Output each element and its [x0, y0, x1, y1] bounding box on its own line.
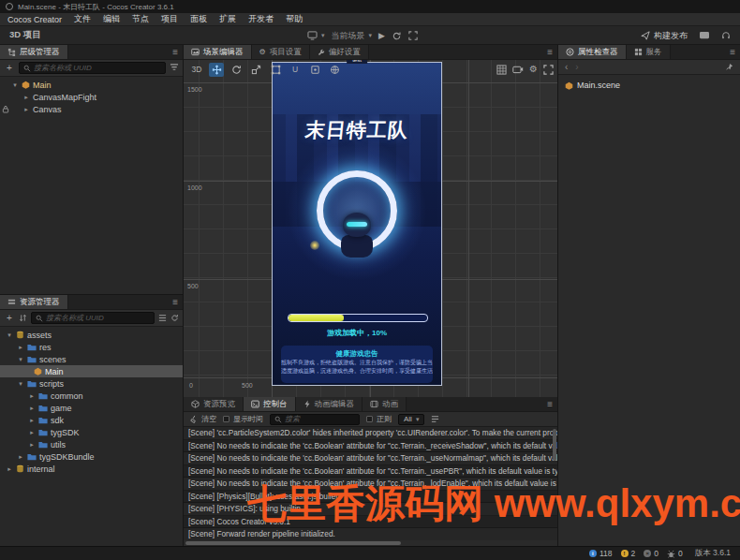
console-search-input[interactable] — [285, 415, 355, 423]
tab-services[interactable]: 服务 — [627, 45, 671, 59]
show-time-toggle[interactable]: 显示时间 — [223, 414, 263, 424]
tab-assets[interactable]: 资源管理器 — [0, 295, 68, 309]
mode-3d-button[interactable]: 3D — [189, 63, 204, 77]
hierarchy-node-canvas[interactable]: ▸ Canvas — [0, 103, 183, 115]
menu-edit[interactable]: 编辑 — [103, 13, 120, 25]
menu-cocos-creator[interactable]: Cocos Creator — [7, 15, 62, 24]
assets-search-input[interactable] — [46, 314, 150, 322]
caret-collapsed-icon[interactable]: ▸ — [22, 106, 30, 113]
tab-inspector[interactable]: 属性检查器 — [558, 45, 627, 59]
asset-folder-common[interactable]: ▸ common — [0, 390, 183, 402]
collapse-logs-icon[interactable] — [431, 415, 439, 423]
menu-panel[interactable]: 面板 — [190, 13, 207, 25]
move-tool-button[interactable] — [209, 63, 224, 77]
tab-preferences[interactable]: 偏好设置 — [310, 45, 369, 59]
game-preview-frame[interactable]: test 末日特工队 游戏加载中，10% 健康游戏忠告 抵 — [272, 62, 442, 386]
caret-collapsed-icon[interactable]: ▸ — [28, 429, 36, 436]
console-log-row[interactable]: [Scene] No needs to indicate the 'cc.Boo… — [184, 440, 557, 453]
tab-asset-preview[interactable]: 资源预览 — [184, 397, 244, 411]
add-asset-button[interactable]: + — [4, 314, 15, 323]
info-count-badge[interactable]: i 118 — [589, 549, 613, 558]
step-refresh-button[interactable] — [392, 31, 402, 41]
regex-toggle[interactable]: 正则 — [366, 414, 392, 424]
scene-gizmo-settings-button[interactable]: ⚙ — [529, 65, 538, 74]
coordinate-toggle-button[interactable] — [327, 63, 342, 77]
caret-expanded-icon[interactable]: ▾ — [17, 356, 24, 363]
console-vertical-scrollbar[interactable] — [553, 429, 556, 461]
tab-hierarchy[interactable]: 层级管理器 — [0, 45, 68, 59]
menu-file[interactable]: 文件 — [74, 13, 91, 25]
caret-collapsed-icon[interactable]: ▸ — [22, 94, 30, 101]
hierarchy-search-input[interactable] — [34, 64, 161, 72]
asset-folder-game[interactable]: ▸ game — [0, 402, 183, 414]
tab-animation-editor[interactable]: 动画编辑器 — [296, 397, 363, 411]
inspector-selected-item[interactable]: Main.scene — [558, 75, 740, 96]
caret-expanded-icon[interactable]: ▾ — [11, 81, 19, 89]
hierarchy-search[interactable] — [19, 62, 166, 74]
pivot-toggle-button[interactable] — [307, 63, 322, 77]
ui-transform-tool-button[interactable]: U — [288, 63, 303, 77]
scene-select[interactable]: 当前场景 ▾ — [332, 30, 373, 42]
asset-folder-utils[interactable]: ▸ utils — [0, 438, 183, 450]
scale-tool-button[interactable] — [248, 63, 263, 77]
filter-icon[interactable] — [170, 64, 179, 72]
asset-folder-tygsdkbundle[interactable]: ▸ tygSDKBundle — [0, 450, 183, 463]
history-forward-button[interactable]: › — [575, 63, 578, 72]
caret-collapsed-icon[interactable]: ▸ — [17, 453, 24, 461]
asset-scene-main[interactable]: Main — [0, 365, 183, 377]
scene-panel-menu-button[interactable]: ≡ — [547, 47, 553, 57]
asset-folder-scenes[interactable]: ▾ scenes — [0, 353, 183, 365]
asset-folder-res[interactable]: ▸ res — [0, 341, 183, 353]
inspector-menu-button[interactable]: ≡ — [730, 47, 735, 57]
console-log-row[interactable]: [Scene] 'cc.ParticleSystem2D.color' hide… — [184, 427, 557, 440]
caret-collapsed-icon[interactable]: ▸ — [28, 441, 36, 449]
clear-console-button[interactable]: 清空 — [189, 414, 216, 424]
menu-project[interactable]: 项目 — [161, 13, 178, 25]
caret-collapsed-icon[interactable]: ▸ — [17, 344, 24, 351]
asset-root-internal[interactable]: ▸ internal — [0, 463, 183, 475]
console-log-row[interactable]: [Scene] No needs to indicate the 'cc.Boo… — [184, 452, 557, 465]
console-log-row[interactable]: [Scene] Cocos Creator v3.6.1 — [184, 516, 557, 529]
caret-expanded-icon[interactable]: ▾ — [6, 332, 13, 339]
console-log-row[interactable]: [Scene] No needs to indicate the 'cc.Boo… — [184, 465, 557, 479]
console-log-row[interactable]: [Scene] [PHYSICS]: using builtin. — [184, 503, 557, 516]
camera-button[interactable] — [512, 65, 524, 74]
tab-scene-editor[interactable]: 场景编辑器 — [184, 45, 252, 59]
console-menu-button[interactable]: ≡ — [547, 399, 553, 409]
preview-device-select[interactable]: ▾ — [307, 31, 325, 40]
asset-folder-scripts[interactable]: ▾ scripts — [0, 377, 183, 390]
error-count-badge[interactable]: × 0 — [644, 549, 659, 558]
capture-frame-button[interactable] — [543, 65, 554, 75]
lock-icon[interactable] — [2, 105, 9, 113]
menu-node[interactable]: 节点 — [132, 13, 149, 25]
hierarchy-node-main[interactable]: ▾ Main — [0, 79, 183, 91]
list-view-icon[interactable] — [158, 314, 167, 322]
pin-icon[interactable] — [725, 63, 733, 71]
console-log-row[interactable]: [Scene] Forward render pipeline initiali… — [184, 528, 557, 540]
caret-collapsed-icon[interactable]: ▸ — [28, 405, 36, 412]
hierarchy-node-canvasmapfight[interactable]: ▸ CanvasMapFight — [0, 91, 183, 103]
console-log-row[interactable]: [Scene] [Physics][Bullet]: uses asm.js b… — [184, 491, 557, 504]
asset-folder-tygsdk[interactable]: ▸ tygSDK — [0, 426, 183, 438]
tab-project-settings[interactable]: ⚙ 项目设置 — [252, 45, 310, 59]
tab-animation[interactable]: 动画 — [363, 397, 407, 411]
tab-console[interactable]: 控制台 — [244, 397, 296, 411]
bug-count-badge[interactable]: 0 — [667, 549, 683, 558]
caret-collapsed-icon[interactable]: ▸ — [28, 392, 36, 400]
asset-folder-sdk[interactable]: ▸ sdk — [0, 414, 183, 426]
play-button[interactable]: ▶ — [378, 32, 385, 40]
rect-tool-button[interactable] — [268, 63, 283, 77]
caret-collapsed-icon[interactable]: ▸ — [6, 465, 13, 473]
assets-menu-button[interactable]: ≡ — [172, 297, 178, 307]
caret-collapsed-icon[interactable]: ▸ — [28, 417, 36, 424]
asset-root-assets[interactable]: ▾ assets — [0, 329, 183, 341]
menu-help[interactable]: 帮助 — [286, 13, 303, 25]
console-log-row[interactable]: [Scene] No needs to indicate the 'cc.Boo… — [184, 478, 557, 491]
assets-search[interactable] — [31, 312, 155, 324]
add-node-button[interactable]: + — [4, 64, 15, 73]
refresh-icon[interactable] — [170, 314, 179, 322]
menu-extension[interactable]: 扩展 — [219, 13, 236, 25]
hierarchy-menu-button[interactable]: ≡ — [172, 47, 178, 57]
caret-expanded-icon[interactable]: ▾ — [17, 380, 24, 388]
scrollbar-thumb[interactable] — [185, 541, 401, 545]
